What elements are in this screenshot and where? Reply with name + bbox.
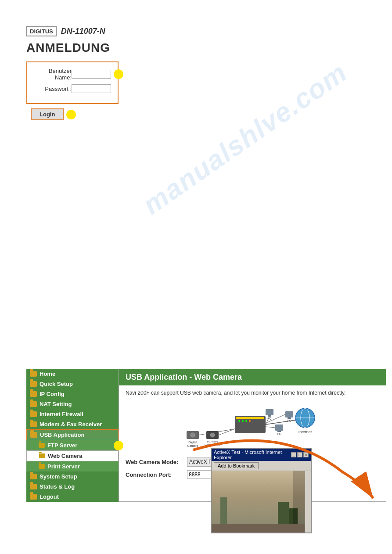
folder-icon	[30, 432, 37, 438]
username-row: Benutzer Name:	[34, 68, 111, 81]
close-button[interactable]: ×	[303, 452, 309, 457]
internet-label: Internet	[298, 430, 312, 434]
page-title: ANMELDUNG	[26, 41, 167, 55]
network-diagram-svg: Internet Digital Camera PC Video Conf Ca…	[178, 400, 327, 449]
sidebar-item-status-log[interactable]: Status & Log	[26, 482, 119, 492]
sidebar-label-system-setup: System Setup	[40, 473, 77, 480]
sidebar-item-ip-config[interactable]: IP Config	[26, 389, 119, 399]
add-bookmark-button[interactable]: Add to Bookmark	[214, 462, 259, 469]
sidebar-item-nat-setting[interactable]: NAT Setting	[26, 399, 119, 409]
folder-icon	[30, 371, 37, 377]
sidebar-label-home: Home	[40, 371, 55, 377]
username-highlight-dot	[114, 69, 123, 79]
login-btn-highlight-dot	[66, 110, 76, 119]
username-label: Benutzer Name:	[34, 68, 72, 81]
sidebar-label-modem-fax: Modem & Fax Receiver	[40, 421, 102, 428]
line-cam2-router	[219, 429, 235, 435]
folder-icon	[39, 464, 45, 469]
login-button[interactable]: Login	[31, 108, 64, 120]
password-label: Passwort :	[34, 86, 72, 92]
folder-icon	[30, 474, 37, 479]
sidebar-item-usb-application[interactable]: USB Application	[26, 429, 119, 440]
activex-scrollbar[interactable]	[305, 471, 311, 532]
maximize-button[interactable]: □	[297, 452, 302, 457]
led3	[245, 420, 247, 422]
password-input[interactable]	[72, 84, 111, 93]
sidebar-label-quick-setup: Quick Setup	[40, 381, 73, 387]
main-header: USB Application - Web Camera	[119, 369, 386, 385]
main-description: Navi 200F can support USB web camera, an…	[126, 390, 379, 396]
folder-icon	[30, 391, 37, 397]
led4	[249, 420, 251, 422]
sidebar-label-nat-setting: NAT Setting	[40, 401, 72, 407]
sidebar-item-print-server[interactable]: Print Server	[26, 461, 119, 471]
sidebar-label-usb-application: USB Application	[40, 432, 84, 438]
header-box: DIGITUS DN-11007-N	[26, 26, 167, 36]
led2	[242, 420, 244, 422]
sidebar-item-modem-fax[interactable]: Modem & Fax Receiver	[26, 419, 119, 429]
model-name: DN-11007-N	[61, 27, 105, 36]
camera-scene	[212, 471, 311, 532]
activex-title: ActiveX Test - Microsoft Internet Explor…	[214, 450, 291, 460]
pc-video-label: PC Video	[207, 440, 218, 443]
folder-icon	[39, 443, 45, 448]
network-diagram: Internet Digital Camera PC Video Conf Ca…	[126, 400, 379, 450]
pc-video-label2: Conf Camera	[205, 443, 220, 446]
sidebar-label-status-log: Status & Log	[40, 483, 75, 490]
activex-titlebar: ActiveX Test - Microsoft Internet Explor…	[212, 449, 311, 461]
minimize-button[interactable]: _	[291, 452, 296, 457]
pc1-base	[268, 415, 271, 417]
led1	[238, 420, 240, 422]
sidebar-label-internet-firewall: Internet Firewall	[40, 411, 83, 417]
folder-icon	[30, 494, 37, 500]
folder-icon	[30, 411, 37, 417]
login-section: DIGITUS DN-11007-N ANMELDUNG Benutzer Na…	[26, 26, 167, 120]
sidebar-label-ip-config: IP Config	[40, 391, 65, 397]
ftp-highlight-dot	[114, 441, 123, 450]
router-ui: Home Quick Setup IP Config NAT Setting I…	[26, 369, 386, 502]
sidebar-label-ftp-server: FTP Server	[47, 442, 77, 449]
password-row: Passwort :	[34, 84, 111, 93]
connection-port-label: Connection Port:	[126, 471, 183, 478]
sidebar: Home Quick Setup IP Config NAT Setting I…	[26, 369, 119, 502]
folder-icon	[39, 453, 45, 458]
folder-icon	[30, 401, 37, 407]
watermark-text: manualshlve.com	[137, 57, 353, 221]
activex-window: ActiveX Test - Microsoft Internet Explor…	[211, 448, 312, 533]
login-btn-area: Login	[31, 108, 64, 120]
sidebar-item-internet-firewall[interactable]: Internet Firewall	[26, 409, 119, 419]
pc2-label: PC	[277, 432, 281, 435]
digital-camera-label2: Camera	[187, 444, 198, 447]
pc1-screen	[266, 409, 273, 415]
username-input[interactable]	[72, 70, 111, 79]
sidebar-item-quick-setup[interactable]: Quick Setup	[26, 379, 119, 389]
activex-content: FPS = 28	[212, 471, 311, 532]
pc-cam-lens	[210, 433, 215, 437]
sidebar-item-logout[interactable]: Logout	[26, 492, 119, 502]
scene-floor	[212, 524, 305, 532]
router-light	[236, 417, 264, 419]
folder-icon	[30, 381, 37, 387]
camera-lens	[191, 433, 195, 437]
sidebar-item-system-setup[interactable]: System Setup	[26, 471, 119, 482]
folder-icon	[30, 484, 37, 489]
pc3-screen	[285, 411, 293, 417]
sidebar-label-print-server: Print Server	[47, 463, 80, 470]
pc3-label: PC	[287, 419, 291, 422]
sidebar-item-web-camera[interactable]: Web Camera	[26, 450, 119, 461]
scene-figure1	[278, 502, 289, 526]
login-form: Benutzer Name: Passwort :	[26, 61, 119, 104]
sidebar-label-web-camera: Web Camera	[48, 453, 83, 459]
pc2-base	[277, 431, 281, 432]
line-router-pc2	[266, 427, 275, 428]
pc3-base	[288, 417, 291, 419]
sidebar-item-ftp-server[interactable]: FTP Server	[26, 440, 119, 450]
sidebar-item-home[interactable]: Home	[26, 369, 119, 379]
webcam-mode-label: Web Camera Mode:	[126, 459, 183, 465]
pc2-screen	[275, 424, 283, 431]
folder-icon	[30, 421, 37, 427]
sidebar-label-logout: Logout	[40, 493, 59, 500]
digital-camera-label: Digital	[188, 441, 197, 444]
activex-toolbar: Add to Bookmark	[212, 461, 311, 471]
titlebar-buttons: _ □ ×	[291, 452, 309, 457]
